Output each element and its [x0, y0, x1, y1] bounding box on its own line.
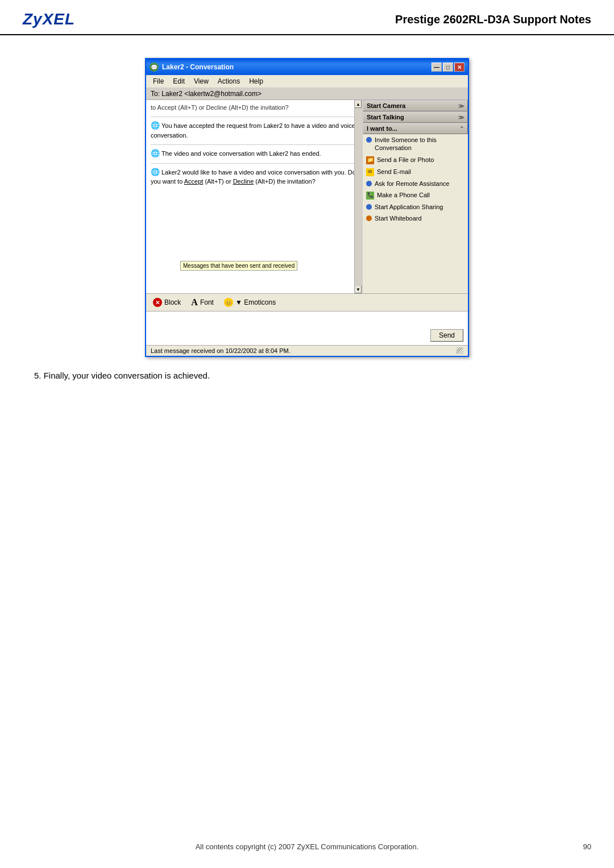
- menu-view[interactable]: View: [189, 76, 213, 86]
- scrollbar[interactable]: ▲ ▼: [354, 100, 362, 293]
- accept-link[interactable]: Accept: [184, 178, 204, 185]
- emoticon-icon: 😊: [224, 298, 233, 307]
- phone-call-icon: 📞: [366, 192, 374, 200]
- zyxel-logo: ZyXEL: [23, 10, 75, 28]
- conv-message-ended: 🌐The video and voice conversation with L…: [151, 148, 358, 159]
- accepted-icon: 🌐: [151, 121, 160, 131]
- dialog-title-left: 💬 Laker2 - Conversation: [150, 63, 234, 72]
- invite-someone-label: Invite Someone to this Conversation: [375, 136, 464, 152]
- start-camera-label: Start Camera: [367, 102, 405, 109]
- dialog-menubar: File Edit View Actions Help: [146, 75, 468, 88]
- message-input[interactable]: [148, 314, 466, 343]
- actions-pane: Start Camera ≫ Start Talking ≫ I want to…: [363, 100, 468, 293]
- whiteboard-label: Start Whiteboard: [375, 214, 422, 222]
- remote-assistance-label: Ask for Remote Assistance: [375, 180, 449, 188]
- start-talking-collapse-icon: ≫: [458, 114, 464, 121]
- conv-message-invite1: to Accept (Alt+T) or Decline (Alt+D) the…: [151, 103, 358, 112]
- page-title: Prestige 2602RL-D3A Support Notes: [395, 13, 591, 26]
- app-sharing-bullet-icon: [366, 204, 372, 210]
- action-phone-call[interactable]: 📞 Make a Phone Call: [363, 189, 468, 201]
- maximize-button[interactable]: □: [443, 63, 453, 72]
- minimize-button[interactable]: —: [432, 63, 442, 72]
- invite-icon: 🌐: [151, 167, 160, 177]
- page-footer: All contents copyright (c) 2007 ZyXEL Co…: [0, 842, 614, 851]
- i-want-to-header[interactable]: I want to... ⌃: [363, 123, 468, 134]
- menu-help[interactable]: Help: [244, 76, 268, 86]
- whiteboard-bullet-icon: [366, 215, 372, 221]
- ended-icon: 🌐: [151, 148, 160, 159]
- action-remote-assistance[interactable]: Ask for Remote Assistance: [363, 178, 468, 189]
- start-camera-header[interactable]: Start Camera ≫: [363, 100, 468, 111]
- main-content: 💬 Laker2 - Conversation — □ ✕ File Edit …: [0, 52, 614, 403]
- emoticons-button[interactable]: 😊 ▼ Emoticons: [222, 297, 278, 308]
- dialog-body: to Accept (Alt+T) or Decline (Alt+D) the…: [146, 100, 468, 293]
- invite-bullet-icon: [366, 137, 372, 143]
- send-file-label: Send a File or Photo: [377, 156, 434, 164]
- menu-actions[interactable]: Actions: [213, 76, 244, 86]
- decline-link[interactable]: Decline: [233, 178, 254, 185]
- remote-assistance-bullet-icon: [366, 181, 372, 186]
- dialog-titlebar: 💬 Laker2 - Conversation — □ ✕: [146, 59, 468, 75]
- caption-text: 5. Finally, your video conversation is a…: [34, 371, 580, 380]
- statusbar-grip-icon: [457, 347, 463, 354]
- tooltip-box: Messages that have been sent and receive…: [180, 261, 297, 271]
- send-file-icon: 📁: [366, 156, 374, 164]
- menu-file[interactable]: File: [148, 76, 168, 86]
- scroll-down-button[interactable]: ▼: [355, 285, 362, 293]
- emoticons-label: ▼ Emoticons: [235, 298, 276, 306]
- to-bar: To: Laker2 <lakertw2@hotmail.com>: [146, 88, 468, 100]
- scroll-up-button[interactable]: ▲: [355, 100, 362, 108]
- copyright-text: All contents copyright (c) 2007 ZyXEL Co…: [196, 842, 419, 851]
- i-want-to-label: I want to...: [367, 125, 397, 132]
- conv-divider-3: [151, 163, 358, 164]
- dialog-toolbar: ✕ Block A Font 😊 ▼ Emoticons: [146, 293, 468, 311]
- start-talking-label: Start Talking: [367, 114, 404, 121]
- conversation-icon: 💬: [150, 63, 159, 72]
- send-email-icon: ✉: [366, 168, 374, 176]
- conv-message-invite2: 🌐Laker2 would like to have a video and v…: [151, 167, 358, 186]
- conv-message-accepted: 🌐You have accepted the request from Lake…: [151, 121, 358, 140]
- conv-divider-2: [151, 144, 358, 145]
- message-input-area: Send: [146, 311, 468, 345]
- action-invite-someone[interactable]: Invite Someone to this Conversation: [363, 134, 468, 154]
- conversation-pane[interactable]: to Accept (Alt+T) or Decline (Alt+D) the…: [146, 100, 363, 293]
- close-button[interactable]: ✕: [454, 63, 464, 72]
- i-want-to-collapse-icon: ⌃: [459, 126, 464, 132]
- block-button[interactable]: ✕ Block: [151, 297, 183, 308]
- action-send-email[interactable]: ✉ Send E-mail: [363, 166, 468, 178]
- send-email-label: Send E-mail: [377, 168, 411, 176]
- block-label: Block: [164, 298, 181, 306]
- font-button[interactable]: A Font: [189, 296, 216, 309]
- dialog-controls: — □ ✕: [432, 63, 464, 72]
- block-icon: ✕: [153, 298, 162, 307]
- start-camera-collapse-icon: ≫: [458, 103, 464, 109]
- menu-edit[interactable]: Edit: [168, 76, 189, 86]
- app-sharing-label: Start Application Sharing: [375, 203, 443, 211]
- action-app-sharing[interactable]: Start Application Sharing: [363, 201, 468, 213]
- dialog-title-text: Laker2 - Conversation: [162, 63, 234, 71]
- phone-call-label: Make a Phone Call: [377, 191, 430, 199]
- font-icon: A: [191, 297, 198, 308]
- action-send-file[interactable]: 📁 Send a File or Photo: [363, 154, 468, 166]
- page-number: 90: [583, 842, 591, 851]
- page-header: ZyXEL Prestige 2602RL-D3A Support Notes: [0, 0, 614, 35]
- action-whiteboard[interactable]: Start Whiteboard: [363, 213, 468, 224]
- dialog-statusbar: Last message received on 10/22/2002 at 8…: [146, 345, 468, 356]
- font-label: Font: [200, 298, 214, 306]
- send-button[interactable]: Send: [430, 329, 463, 342]
- status-text: Last message received on 10/22/2002 at 8…: [151, 347, 291, 354]
- conv-divider-1: [151, 117, 358, 117]
- dialog-window: 💬 Laker2 - Conversation — □ ✕ File Edit …: [145, 58, 469, 357]
- start-talking-header[interactable]: Start Talking ≫: [363, 111, 468, 123]
